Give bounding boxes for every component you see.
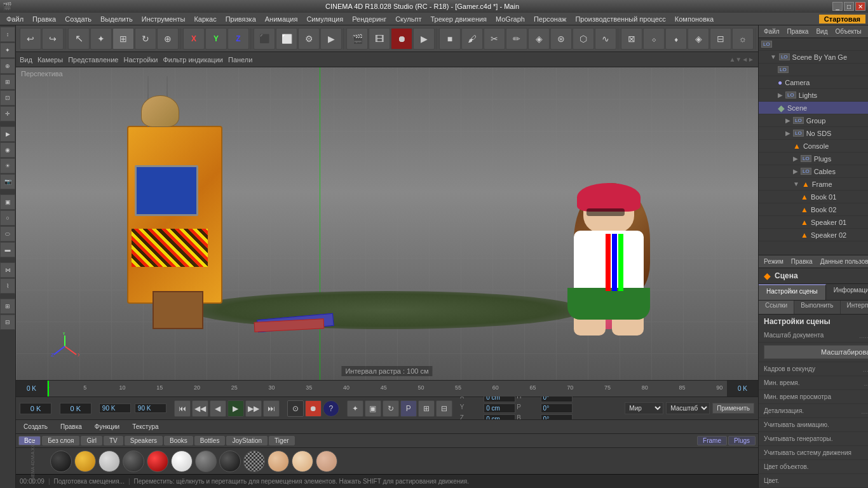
obj-row-lo2[interactable]: LO	[759, 64, 868, 76]
viewport[interactable]: X Y Z Перспектива Интервал растра : 100 …	[16, 67, 758, 380]
obj-row-scene-main[interactable]: ◆ Scene ✓	[759, 102, 868, 114]
left-icon-select[interactable]: ✦	[0, 43, 15, 58]
menu-select[interactable]: Выделить	[97, 14, 137, 24]
obj-row-speaker01[interactable]: ▲ Speaker 01	[759, 216, 868, 229]
obj-menu-objects[interactable]: Объекты	[832, 27, 864, 36]
filter-tag-girl[interactable]: Girl	[81, 436, 102, 445]
vp-menu-cameras[interactable]: Камеры	[37, 56, 63, 64]
iron-tool[interactable]: ⊛	[550, 28, 572, 50]
record-mode-btn[interactable]: ⊙	[287, 400, 304, 417]
render-viewport[interactable]: ⬛	[254, 28, 275, 50]
goto-end-btn[interactable]: ⏭	[263, 400, 280, 417]
transport-time2[interactable]: 0 K	[60, 403, 92, 414]
material-medium[interactable]	[195, 451, 217, 472]
left-icon-light[interactable]: ☀	[0, 158, 15, 173]
attr-menu-edit[interactable]: Правка	[789, 257, 815, 266]
render-active[interactable]: ▶	[320, 28, 342, 50]
record-keyframe-btn[interactable]: ⏺	[305, 400, 322, 417]
cube-add[interactable]: ■	[439, 28, 461, 50]
close-btn[interactable]: ✕	[855, 2, 865, 11]
deform3[interactable]: ⬧	[665, 28, 687, 50]
material-skin[interactable]	[268, 451, 289, 472]
menu-compose[interactable]: Компоновка	[671, 14, 717, 24]
render-region[interactable]: ⬜	[276, 28, 297, 50]
redo-btn[interactable]: ↪	[42, 28, 64, 50]
menu-file[interactable]: Файл	[3, 14, 27, 24]
left-icon-plane[interactable]: ▬	[0, 242, 15, 257]
scale-document-btn[interactable]: Масштабировать документ...	[764, 345, 868, 359]
menu-production[interactable]: Производственный процесс	[571, 14, 669, 24]
vp-menu-settings[interactable]: Настройки	[123, 56, 158, 64]
obj-menu-edit[interactable]: Правка	[785, 27, 811, 36]
playback-special4[interactable]: ⊞	[418, 400, 435, 417]
obj-row-speaker02[interactable]: ▲ Speaker 02	[759, 229, 868, 241]
playback-special5[interactable]: ⊟	[436, 400, 452, 417]
left-icon-rotate[interactable]: ⊕	[0, 58, 15, 74]
brush-tool[interactable]: 🖌	[461, 28, 483, 50]
deform5[interactable]: ⊟	[710, 28, 731, 50]
filter-tag-bottles[interactable]: Bottles	[194, 436, 226, 445]
deform4[interactable]: ◈	[688, 28, 709, 50]
menu-snap[interactable]: Привязка	[222, 14, 260, 24]
playback-btn[interactable]: ▶	[413, 28, 435, 50]
obj-row-plugs[interactable]: ▶ LO Plugs	[759, 152, 868, 165]
left-icon-camera[interactable]: 📷	[0, 174, 15, 189]
material-light-gray[interactable]	[98, 451, 120, 472]
apply-coords-btn[interactable]: Применить	[712, 403, 754, 414]
transport-current-time[interactable]: 0 K	[20, 403, 51, 414]
smooth-tool[interactable]: ⬡	[573, 28, 594, 50]
left-icon-render[interactable]: ▶	[0, 126, 15, 142]
attr-menu-mode[interactable]: Режим	[761, 257, 786, 266]
film-strip[interactable]: 🎞	[369, 28, 390, 50]
obj-row-nosds[interactable]: ▶ LO No SDS	[759, 127, 868, 140]
obj-row-lo1[interactable]: LO ▶	[759, 38, 868, 51]
spline-tool[interactable]: ∿	[595, 28, 616, 50]
obj-row-frame[interactable]: ▼ ▲ Frame	[759, 178, 868, 191]
vp-menu-view[interactable]: Вид	[20, 56, 32, 64]
axis-y[interactable]: Y	[205, 28, 227, 50]
maximize-btn[interactable]: □	[844, 2, 854, 11]
transport-end-input2[interactable]	[135, 403, 166, 413]
vp-menu-display[interactable]: Представление	[68, 56, 118, 64]
mat-menu-edit[interactable]: Правка	[55, 423, 87, 431]
left-icon-grid[interactable]: ⊞	[0, 299, 15, 314]
obj-row-lights[interactable]: ▶ LO Lights ✓	[759, 89, 868, 102]
axis-z[interactable]: Z	[227, 28, 249, 50]
menu-tools[interactable]: Инструменты	[138, 14, 189, 24]
left-icon-transform[interactable]: ⊡	[0, 90, 15, 105]
menu-render[interactable]: Рендеринг	[348, 14, 390, 24]
playback-special3[interactable]: ↻	[383, 400, 399, 417]
left-icon-material[interactable]: ◉	[0, 142, 15, 158]
mat-menu-create[interactable]: Создать	[18, 423, 53, 431]
play-btn[interactable]: ▶	[227, 400, 244, 417]
left-icon-cylinder[interactable]: ⬭	[0, 226, 15, 241]
material-white[interactable]	[171, 451, 193, 472]
magnet-tool[interactable]: ◈	[528, 28, 550, 50]
filter-sub-plugs[interactable]: Plugs	[728, 436, 756, 445]
obj-row-cables[interactable]: ▶ LO Cables	[759, 165, 868, 178]
obj-menu-view[interactable]: Вид	[813, 27, 830, 36]
sub-tab-interp[interactable]: Интерполяция ключей	[841, 301, 868, 314]
next-frame-btn[interactable]: ▶▶	[245, 400, 262, 417]
obj-row-book01[interactable]: ▲ Book 01	[759, 191, 868, 203]
filter-tag-books[interactable]: Books	[164, 436, 193, 445]
menu-motion-tracker[interactable]: Трекер движения	[426, 14, 491, 24]
left-icon-bone[interactable]: ⋈	[0, 262, 15, 278]
timeline-ruler[interactable]: 0 5 10 15 20 25 30 35 40 45 50 55 60 65 …	[48, 381, 726, 396]
material-black[interactable]	[219, 451, 241, 472]
obj-row-group[interactable]: ▶ LO Group	[759, 114, 868, 127]
menu-sculpt[interactable]: Скульпт	[391, 14, 425, 24]
menu-wireframe[interactable]: Каркас	[190, 14, 220, 24]
deform6[interactable]: ☼	[732, 28, 754, 50]
protect-btn[interactable]: P	[400, 400, 417, 417]
left-icon-cube[interactable]: ▣	[0, 194, 15, 210]
playback-special1[interactable]: ✦	[347, 400, 363, 417]
filter-tag-tiger[interactable]: Tiger	[269, 436, 294, 445]
menu-mograph[interactable]: MoGraph	[492, 14, 529, 24]
filter-tag-no-layer[interactable]: Без слоя	[42, 436, 79, 445]
knife-tool[interactable]: ✂	[484, 28, 505, 50]
obj-row-book02[interactable]: ▲ Book 02	[759, 203, 868, 216]
transform-tool[interactable]: ⊕	[157, 28, 179, 50]
left-icon-axis[interactable]: ✛	[0, 106, 15, 121]
poly-pen[interactable]: ✏	[506, 28, 527, 50]
